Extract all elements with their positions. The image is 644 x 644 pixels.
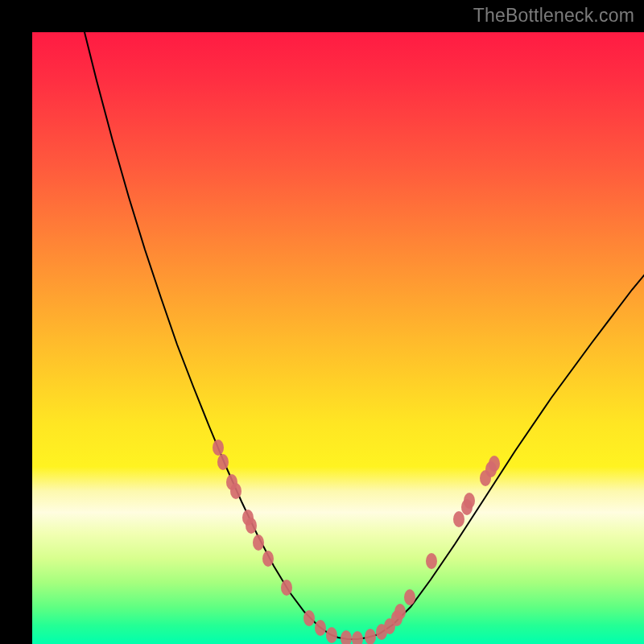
- data-point: [426, 553, 437, 569]
- data-point: [341, 630, 352, 644]
- data-point: [230, 483, 242, 499]
- data-point: [315, 620, 326, 636]
- chart-frame: TheBottleneck.com: [0, 0, 644, 644]
- bottleneck-curve: [80, 32, 644, 639]
- data-point: [246, 518, 257, 534]
- data-point: [453, 511, 464, 527]
- data-point: [303, 610, 315, 626]
- curve-lines: [80, 32, 644, 639]
- data-point: [394, 604, 406, 620]
- data-point: [213, 440, 224, 456]
- data-point: [404, 589, 415, 605]
- data-point: [262, 551, 274, 567]
- watermark-text: TheBottleneck.com: [473, 5, 634, 27]
- data-point: [365, 629, 376, 644]
- plot-area: [32, 32, 644, 644]
- data-point: [281, 580, 292, 596]
- chart-svg: [32, 32, 644, 644]
- data-point: [489, 456, 500, 472]
- data-point: [464, 493, 475, 509]
- data-point: [253, 535, 264, 551]
- data-point: [217, 454, 229, 470]
- data-point: [352, 631, 363, 644]
- data-point: [326, 627, 337, 643]
